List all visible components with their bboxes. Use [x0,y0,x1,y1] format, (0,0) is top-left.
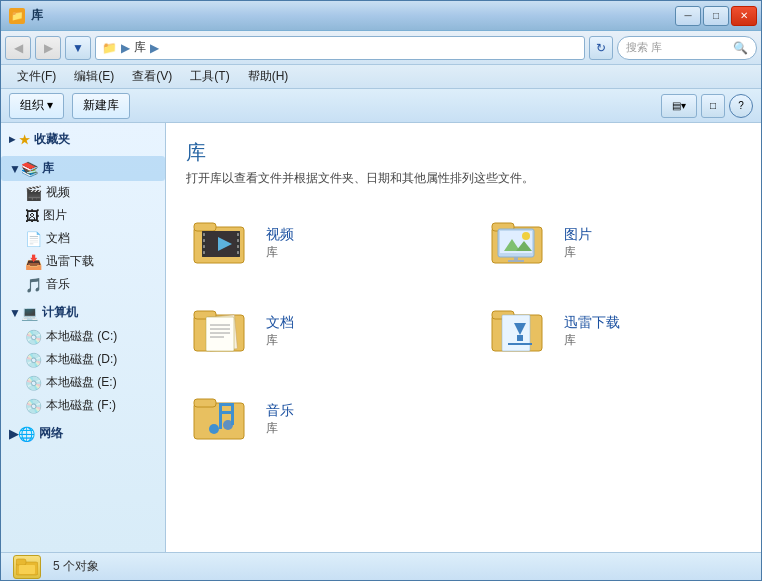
menu-edit[interactable]: 编辑(E) [66,66,122,87]
toolbar-right: ▤▾ □ ? [661,94,753,118]
video-lib-name: 视频 [266,226,294,244]
document-lib-icon [190,299,254,363]
menu-tools[interactable]: 工具(T) [182,66,237,87]
network-label: 网络 [39,425,63,442]
library-folder-icon: 📚 [21,161,38,177]
close-button[interactable]: ✕ [731,6,757,26]
forward-button[interactable]: ▶ [35,36,61,60]
svg-rect-41 [219,403,222,429]
back-button[interactable]: ◀ [5,36,31,60]
sidebar-item-picture[interactable]: 🖼 图片 [1,204,165,227]
library-item-music[interactable]: 音乐 库 [186,383,444,455]
library-arrow: ▼ [9,162,21,176]
titlebar: 📁 库 ─ □ ✕ [1,1,761,31]
breadcrumb-folder-icon: 📁 [102,41,117,55]
menu-file[interactable]: 文件(F) [9,66,64,87]
breadcrumb-arrow: ▶ [121,41,130,55]
view-dropdown-button[interactable]: ▤▾ [661,94,697,118]
minimize-button[interactable]: ─ [675,6,701,26]
sidebar-item-document[interactable]: 📄 文档 [1,227,165,250]
svg-rect-12 [237,251,239,254]
menu-help[interactable]: 帮助(H) [240,66,297,87]
toolbar: 组织 ▾ 新建库 ▤▾ □ ? [1,89,761,123]
computer-label: 计算机 [42,304,78,321]
refresh-button[interactable]: ↻ [589,36,613,60]
library-item-picture[interactable]: 图片 库 [484,207,742,279]
sidebar-item-drive-e[interactable]: 💿 本地磁盘 (E:) [1,371,165,394]
favorites-arrow: ▶ [9,135,15,144]
music-lib-icon [190,387,254,451]
status-count: 5 个对象 [53,558,99,575]
svg-rect-42 [219,403,231,406]
library-label: 库 [42,160,54,177]
sidebar-item-music-label: 音乐 [46,276,70,293]
svg-rect-33 [502,315,530,351]
breadcrumb-arrow2: ▶ [150,41,159,55]
document-icon: 📄 [25,231,42,247]
menubar: 文件(F) 编辑(E) 查看(V) 工具(T) 帮助(H) [1,65,761,89]
music-lib-type: 库 [266,420,294,437]
organize-button[interactable]: 组织 ▾ [9,93,64,119]
svg-rect-36 [508,343,532,345]
video-lib-info: 视频 库 [266,226,294,261]
sidebar-item-music[interactable]: 🎵 音乐 [1,273,165,296]
svg-rect-47 [19,565,35,574]
network-header[interactable]: ▶ 🌐 网络 [1,421,165,446]
svg-point-20 [522,232,530,240]
library-section: ▼ 📚 库 🎬 视频 🖼 图片 📄 文档 📥 [1,156,165,296]
svg-rect-26 [206,317,234,351]
library-item-download[interactable]: 迅雷下载 库 [484,295,742,367]
drive-e-icon: 💿 [25,375,42,391]
content-title: 库 [186,139,741,166]
svg-rect-22 [508,260,524,262]
recent-locations-button[interactable]: ▼ [65,36,91,60]
picture-lib-icon [488,211,552,275]
music-lib-name: 音乐 [266,402,294,420]
computer-arrow: ▼ [9,306,21,320]
svg-rect-11 [237,245,239,248]
download-lib-type: 库 [564,332,620,349]
address-bar[interactable]: 📁 ▶ 库 ▶ [95,36,585,60]
document-lib-info: 文档 库 [266,314,294,349]
help-button[interactable]: ? [729,94,753,118]
sidebar-item-drive-d[interactable]: 💿 本地磁盘 (D:) [1,348,165,371]
library-header[interactable]: ▼ 📚 库 [1,156,165,181]
sidebar-item-drive-f[interactable]: 💿 本地磁盘 (F:) [1,394,165,417]
svg-rect-5 [203,233,205,236]
svg-rect-9 [237,233,239,236]
favorites-label: 收藏夹 [34,131,70,148]
library-item-document[interactable]: 文档 库 [186,295,444,367]
video-lib-type: 库 [266,244,294,261]
svg-rect-43 [219,411,231,414]
favorites-section: ▶ ★ 收藏夹 [1,127,165,152]
favorites-header[interactable]: ▶ ★ 收藏夹 [1,127,165,152]
drive-c-icon: 💿 [25,329,42,345]
document-lib-type: 库 [266,332,294,349]
music-icon: 🎵 [25,277,42,293]
panel-toggle-button[interactable]: □ [701,94,725,118]
search-icon: 🔍 [733,41,748,55]
sidebar-item-video[interactable]: 🎬 视频 [1,181,165,204]
menu-view[interactable]: 查看(V) [124,66,180,87]
addressbar: ◀ ▶ ▼ 📁 ▶ 库 ▶ ↻ 搜索 库 🔍 [1,31,761,65]
window-title: 库 [31,7,43,24]
maximize-button[interactable]: □ [703,6,729,26]
network-arrow: ▶ [9,427,18,441]
drive-f-icon: 💿 [25,398,42,414]
window: 📁 库 ─ □ ✕ ◀ ▶ ▼ 📁 ▶ 库 ▶ ↻ 搜索 库 🔍 文件(F) 编… [0,0,762,581]
search-bar[interactable]: 搜索 库 🔍 [617,36,757,60]
video-icon: 🎬 [25,185,42,201]
library-item-video[interactable]: 视频 库 [186,207,444,279]
sidebar-item-xunlei[interactable]: 📥 迅雷下载 [1,250,165,273]
new-library-button[interactable]: 新建库 [72,93,130,119]
picture-icon: 🖼 [25,208,39,224]
computer-header[interactable]: ▼ 💻 计算机 [1,300,165,325]
svg-rect-44 [231,403,234,425]
sidebar-item-picture-label: 图片 [43,207,67,224]
svg-rect-6 [203,239,205,242]
sidebar-item-drive-c[interactable]: 💿 本地磁盘 (C:) [1,325,165,348]
document-lib-name: 文档 [266,314,294,332]
status-folder-icon [13,555,41,579]
download-icon: 📥 [25,254,42,270]
search-placeholder: 搜索 库 [626,40,662,55]
